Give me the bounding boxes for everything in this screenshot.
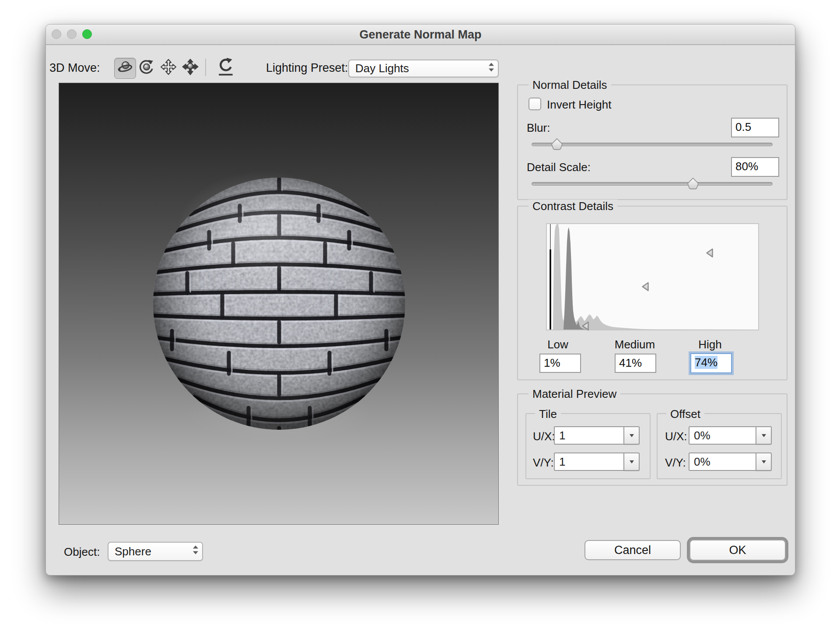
tile-vy-combo[interactable]: 1 bbox=[554, 453, 640, 471]
offset-vy-value[interactable]: 0% bbox=[689, 453, 756, 471]
offset-vy-combo[interactable]: 0% bbox=[689, 453, 772, 471]
generate-normal-map-dialog: Generate Normal Map 3D Move: bbox=[46, 24, 795, 575]
blur-slider-track[interactable] bbox=[532, 143, 773, 146]
chevron-down-icon bbox=[629, 433, 635, 438]
cancel-button[interactable]: Cancel bbox=[584, 540, 681, 560]
object-select[interactable]: Sphere bbox=[108, 542, 203, 561]
material-preview-group: Material Preview Tile U/X: 1 V/Y: 1 Offs… bbox=[517, 393, 788, 486]
histogram-plot bbox=[547, 224, 758, 330]
tile-ux-value[interactable]: 1 bbox=[554, 426, 623, 445]
3d-preview-viewport[interactable] bbox=[59, 83, 499, 525]
low-value-field[interactable]: 1% bbox=[539, 354, 581, 373]
normal-details-group: Normal Details Invert Height Blur: 0.5 D… bbox=[517, 84, 788, 200]
slide-tool-icon bbox=[182, 58, 199, 77]
roll-tool-icon bbox=[138, 58, 155, 77]
pan-tool-button[interactable] bbox=[158, 58, 179, 78]
offset-title: Offset bbox=[666, 407, 704, 421]
detail-scale-slider-thumb[interactable] bbox=[686, 177, 700, 190]
lighting-preset-value: Day Lights bbox=[355, 62, 409, 75]
material-preview-title: Material Preview bbox=[528, 387, 620, 401]
titlebar: Generate Normal Map bbox=[46, 25, 795, 45]
object-value: Sphere bbox=[115, 545, 151, 558]
contrast-details-group: Contrast Details bbox=[517, 206, 788, 380]
offset-vy-label: V/Y: bbox=[665, 456, 686, 470]
popup-stepper-icon bbox=[192, 545, 199, 558]
chevron-down-icon bbox=[761, 433, 767, 438]
high-label: High bbox=[688, 338, 732, 351]
detail-scale-slider-track[interactable] bbox=[532, 182, 773, 186]
detail-scale-slider[interactable] bbox=[532, 176, 773, 191]
roll-tool-button[interactable] bbox=[136, 58, 157, 78]
chevron-down-icon bbox=[761, 459, 767, 464]
offset-ux-combo[interactable]: 0% bbox=[689, 426, 772, 445]
normal-details-title: Normal Details bbox=[528, 78, 611, 92]
histogram-medium-marker[interactable] bbox=[643, 283, 648, 291]
offset-ux-value[interactable]: 0% bbox=[689, 426, 756, 445]
offset-ux-dropdown-button[interactable] bbox=[756, 426, 772, 445]
brick-sphere-render bbox=[59, 83, 498, 524]
histogram-high-marker[interactable] bbox=[707, 249, 713, 257]
lighting-preset-label: Lighting Preset: bbox=[266, 61, 348, 75]
ok-button[interactable]: OK bbox=[690, 540, 786, 561]
offset-ux-label: U/X: bbox=[665, 430, 687, 443]
tile-title: Tile bbox=[535, 407, 561, 421]
contrast-histogram bbox=[546, 223, 759, 330]
medium-label: Medium bbox=[613, 338, 657, 351]
invert-height-checkbox[interactable] bbox=[528, 98, 541, 110]
tile-vy-dropdown-button[interactable] bbox=[623, 453, 640, 471]
reset-camera-icon bbox=[217, 57, 235, 78]
popup-stepper-icon bbox=[488, 62, 495, 75]
tile-vy-label: V/Y: bbox=[533, 456, 554, 470]
blur-slider-thumb[interactable] bbox=[550, 138, 564, 151]
blur-value-field[interactable]: 0.5 bbox=[731, 118, 779, 137]
low-label: Low bbox=[536, 338, 580, 351]
detail-scale-value-field[interactable]: 80% bbox=[731, 157, 779, 177]
tile-group: Tile U/X: 1 V/Y: 1 bbox=[525, 413, 651, 479]
reset-camera-button[interactable] bbox=[216, 58, 236, 78]
tile-ux-combo[interactable]: 1 bbox=[554, 426, 640, 445]
orbit-tool-icon bbox=[116, 59, 134, 78]
tile-vy-value[interactable]: 1 bbox=[554, 453, 623, 471]
object-label: Object: bbox=[64, 545, 100, 559]
dialog-title: Generate Normal Map bbox=[46, 28, 795, 42]
detail-scale-label: Detail Scale: bbox=[527, 161, 591, 174]
medium-value-field[interactable]: 41% bbox=[615, 354, 656, 373]
move-mode-label: 3D Move: bbox=[49, 61, 100, 75]
chevron-down-icon bbox=[629, 459, 635, 464]
orbit-tool-button[interactable] bbox=[114, 58, 136, 79]
high-value-field[interactable]: 74% bbox=[690, 353, 732, 373]
contrast-details-title: Contrast Details bbox=[528, 200, 617, 213]
selected-text: 74% bbox=[695, 356, 718, 369]
offset-group: Offset U/X: 0% V/Y: 0% bbox=[657, 413, 782, 479]
blur-label: Blur: bbox=[527, 121, 550, 135]
blur-slider[interactable] bbox=[532, 137, 773, 152]
pan-tool-icon bbox=[160, 58, 177, 77]
lighting-preset-select[interactable]: Day Lights bbox=[348, 60, 499, 77]
offset-vy-dropdown-button[interactable] bbox=[756, 453, 772, 471]
slide-tool-button[interactable] bbox=[180, 58, 201, 78]
tile-ux-dropdown-button[interactable] bbox=[623, 426, 640, 445]
tile-ux-label: U/X: bbox=[533, 430, 555, 443]
invert-height-label: Invert Height bbox=[547, 98, 611, 112]
toolbar-separator bbox=[205, 59, 206, 76]
